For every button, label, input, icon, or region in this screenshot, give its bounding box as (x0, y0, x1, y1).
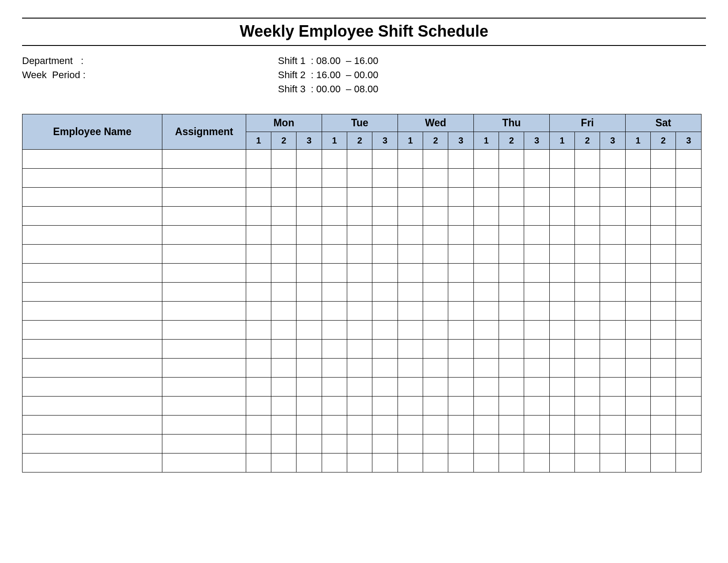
table-cell (322, 434, 347, 453)
table-cell (676, 225, 702, 244)
table-cell (524, 168, 549, 187)
table-cell (625, 320, 650, 339)
header-shift-number: 2 (347, 132, 372, 149)
table-cell (296, 168, 322, 187)
table-cell (549, 301, 574, 320)
table-cell (651, 434, 676, 453)
table-cell (524, 396, 549, 415)
header-day: Tue (322, 114, 398, 132)
table-cell (246, 301, 271, 320)
table-cell (524, 225, 549, 244)
table-cell (322, 301, 347, 320)
page-title: Weekly Employee Shift Schedule (22, 22, 706, 41)
table-cell (524, 206, 549, 225)
table-cell (575, 358, 600, 377)
table-cell (499, 206, 524, 225)
table-cell (398, 377, 423, 396)
table-cell (473, 358, 499, 377)
table-cell (423, 263, 448, 282)
table-cell (549, 187, 574, 206)
table-cell (625, 244, 650, 263)
table-cell (347, 453, 372, 472)
table-cell (162, 168, 246, 187)
table-cell (499, 225, 524, 244)
header-shift-number: 3 (296, 132, 322, 149)
table-cell (423, 187, 448, 206)
table-cell (625, 282, 650, 301)
table-cell (625, 149, 650, 168)
table-cell (23, 301, 162, 320)
header-day: Sat (625, 114, 701, 132)
header-shift-number: 1 (246, 132, 271, 149)
table-cell (499, 320, 524, 339)
table-cell (398, 434, 423, 453)
table-cell (499, 453, 524, 472)
table-cell (271, 377, 296, 396)
table-cell (651, 149, 676, 168)
table-cell (347, 377, 372, 396)
table-cell (473, 453, 499, 472)
table-cell (246, 168, 271, 187)
table-cell (524, 415, 549, 434)
table-cell (372, 453, 398, 472)
table-cell (246, 187, 271, 206)
table-cell (448, 415, 473, 434)
table-cell (162, 301, 246, 320)
meta-section: Department : Week Period : Shift 1 : 08.… (22, 54, 706, 96)
table-cell (625, 339, 650, 358)
table-cell (600, 415, 625, 434)
table-cell (246, 263, 271, 282)
table-cell (271, 149, 296, 168)
table-cell (651, 415, 676, 434)
table-cell (549, 263, 574, 282)
header-shift-number: 3 (448, 132, 473, 149)
table-cell (575, 339, 600, 358)
document-page: Weekly Employee Shift Schedule Departmen… (0, 0, 728, 563)
table-cell (398, 320, 423, 339)
table-cell (296, 301, 322, 320)
table-cell (625, 225, 650, 244)
table-cell (676, 415, 702, 434)
table-cell (372, 244, 398, 263)
table-cell (676, 453, 702, 472)
header-day: Thu (473, 114, 549, 132)
table-cell (162, 282, 246, 301)
table-cell (651, 301, 676, 320)
table-cell (322, 206, 347, 225)
table-cell (423, 396, 448, 415)
table-cell (398, 282, 423, 301)
table-cell (473, 301, 499, 320)
shift3-label: Shift 3 : (278, 82, 314, 96)
table-cell (271, 225, 296, 244)
table-cell (524, 339, 549, 358)
table-cell (473, 415, 499, 434)
shift3-value: 00.00 – 08.00 (314, 82, 379, 96)
table-cell (524, 187, 549, 206)
header-shift-number: 3 (600, 132, 625, 149)
table-row (23, 358, 702, 377)
table-cell (347, 168, 372, 187)
table-cell (448, 149, 473, 168)
header-shift-number: 2 (575, 132, 600, 149)
table-cell (473, 263, 499, 282)
table-cell (423, 453, 448, 472)
header-shift-number: 1 (549, 132, 574, 149)
table-cell (473, 225, 499, 244)
table-row (23, 187, 702, 206)
meta-left: Department : Week Period : (22, 54, 278, 96)
table-cell (372, 301, 398, 320)
table-cell (296, 149, 322, 168)
table-cell (347, 206, 372, 225)
header-shift-number: 2 (423, 132, 448, 149)
table-cell (423, 358, 448, 377)
table-cell (372, 225, 398, 244)
table-cell (651, 225, 676, 244)
table-cell (600, 206, 625, 225)
table-cell (473, 149, 499, 168)
table-cell (423, 320, 448, 339)
table-cell (651, 320, 676, 339)
table-cell (162, 415, 246, 434)
table-cell (271, 263, 296, 282)
table-cell (322, 358, 347, 377)
table-cell (271, 244, 296, 263)
